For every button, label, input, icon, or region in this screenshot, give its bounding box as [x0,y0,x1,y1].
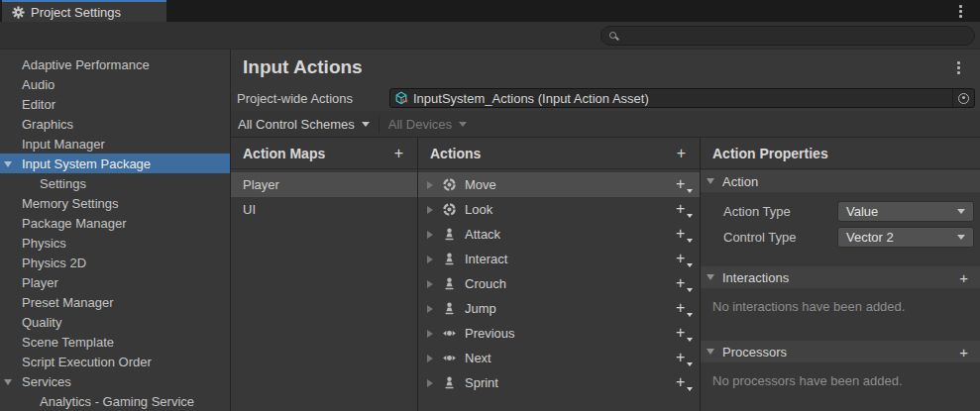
sidebar-item-editor[interactable]: Editor [0,94,230,114]
add-binding-button[interactable]: + [676,301,690,317]
search-field[interactable] [600,26,975,46]
add-action-map-button[interactable]: + [392,146,405,161]
interactions-section-foldout[interactable]: Interactions + [701,266,980,288]
expand-icon[interactable] [427,280,433,288]
expand-icon[interactable] [427,379,433,387]
sidebar-item-script-execution-order[interactable]: Script Execution Order [0,352,230,371]
input-action-asset-field[interactable]: InputSystem_Actions (Input Action Asset) [389,88,975,108]
tab-bar: Project Settings [0,0,980,22]
add-binding-button[interactable]: + [676,326,690,342]
action-section-foldout[interactable]: Action [701,170,980,192]
sidebar-item-player[interactable]: Player [0,272,230,292]
tab-title: Project Settings [31,5,121,20]
tab-project-settings[interactable]: Project Settings [2,0,166,22]
chevron-down-icon [957,209,965,214]
add-processor-button[interactable]: + [959,345,968,360]
control-type-row: Control Type Vector 2 [701,224,980,250]
chevron-down-icon [687,313,693,317]
sidebar-item-physics-2d[interactable]: Physics 2D [0,253,230,272]
action-map-row-player[interactable]: Player [231,172,417,197]
add-binding-button[interactable]: + [676,252,690,267]
processors-empty-text: No processors have been added. [701,373,980,388]
action-row-move[interactable]: Move + [418,172,700,197]
gear-icon [12,6,25,19]
expand-icon[interactable] [427,181,433,189]
add-action-button[interactable]: + [675,146,688,161]
project-settings-window: Project Settings Adaptive Performance Au… [0,0,980,411]
expand-icon[interactable] [427,305,433,313]
action-row-interact[interactable]: Interact + [418,247,700,271]
add-interaction-button[interactable]: + [959,270,968,285]
action-map-row-ui[interactable]: UI [231,197,417,222]
vector2-stick-icon [441,177,457,193]
button-icon [441,375,457,391]
expand-icon[interactable] [427,231,433,239]
window-kebab-menu-icon[interactable] [959,5,962,18]
interactions-empty-text: No interactions have been added. [701,299,980,314]
sidebar-item-graphics[interactable]: Graphics [0,114,230,134]
axis-icon [441,351,457,366]
action-row-next[interactable]: Next + [418,346,700,370]
button-icon [441,301,457,317]
action-row-look[interactable]: Look + [418,197,700,222]
chevron-down-icon [957,235,965,240]
action-properties-header: Action Properties [701,138,980,169]
axis-icon [441,326,457,342]
sidebar-item-analytics-gaming-service[interactable]: Analytics - Gaming Service [0,391,230,411]
expand-icon[interactable] [427,256,433,263]
chevron-down-icon [687,288,693,292]
sidebar-item-scene-template[interactable]: Scene Template [0,332,230,352]
chevron-down-icon [687,387,693,391]
sidebar-item-adaptive-performance[interactable]: Adaptive Performance [0,54,230,74]
search-row [0,22,980,50]
project-wide-actions-label: Project-wide Actions [237,91,389,106]
processors-section-foldout[interactable]: Processors + [701,341,980,362]
action-properties-column: Action Properties Action Action Type Val… [701,138,980,411]
foldout-open-icon [707,274,714,280]
sidebar-item-physics[interactable]: Physics [0,233,230,253]
add-binding-button[interactable]: + [676,227,690,243]
action-row-attack[interactable]: Attack + [418,222,700,247]
sidebar-item-input-system-package[interactable]: Input System Package [0,154,230,173]
control-schemes-dropdown[interactable]: All Control Schemes [238,117,370,132]
action-row-jump[interactable]: Jump + [418,296,700,321]
settings-sidebar: Adaptive Performance Audio Editor Graphi… [0,50,231,411]
control-type-dropdown[interactable]: Vector 2 [837,227,974,248]
sidebar-item-audio[interactable]: Audio [0,74,230,94]
add-binding-button[interactable]: + [676,276,690,292]
sidebar-item-settings[interactable]: Settings [0,173,230,193]
devices-dropdown[interactable]: All Devices [388,117,467,132]
add-binding-button[interactable]: + [676,177,690,193]
sidebar-item-quality[interactable]: Quality [0,312,230,332]
sidebar-item-memory-settings[interactable]: Memory Settings [0,193,230,213]
add-binding-button[interactable]: + [676,375,690,391]
expand-icon[interactable] [427,330,433,338]
action-maps-header: Action Maps + [231,138,417,169]
object-picker-icon [958,93,969,104]
object-picker-button[interactable] [952,89,974,107]
foldout-open-icon[interactable] [4,379,12,385]
expand-icon[interactable] [427,355,433,362]
action-row-sprint[interactable]: Sprint + [418,370,700,395]
foldout-open-icon[interactable] [4,161,12,167]
panel-header: Input Actions [231,50,980,85]
vector2-stick-icon [441,202,457,218]
search-input[interactable] [622,28,966,44]
add-binding-button[interactable]: + [676,351,690,366]
action-type-dropdown[interactable]: Value [837,201,974,222]
chevron-down-icon [687,239,693,243]
sidebar-item-input-manager[interactable]: Input Manager [0,134,230,154]
input-action-asset-icon [394,91,408,105]
expand-icon[interactable] [427,206,433,214]
action-row-previous[interactable]: Previous + [418,321,700,346]
panel-kebab-menu-icon[interactable] [957,61,960,74]
add-binding-button[interactable]: + [676,202,690,218]
sidebar-item-services[interactable]: Services [0,371,230,391]
chevron-down-icon [687,362,693,366]
chevron-down-icon [687,338,693,342]
sidebar-item-package-manager[interactable]: Package Manager [0,213,230,233]
action-row-crouch[interactable]: Crouch + [418,271,700,296]
sidebar-item-preset-manager[interactable]: Preset Manager [0,292,230,312]
button-icon [441,227,457,243]
chevron-down-icon [687,263,693,267]
